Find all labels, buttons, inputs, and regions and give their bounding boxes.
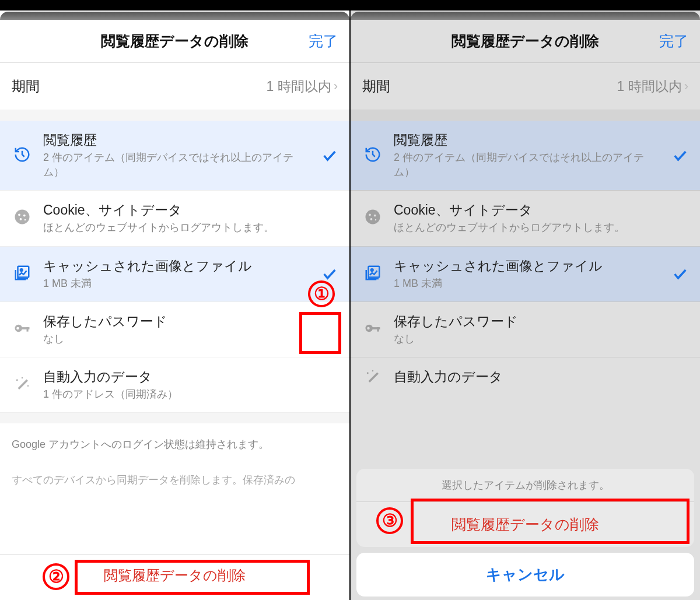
svg-point-16 bbox=[374, 215, 376, 217]
item-cached-images[interactable]: キャッシュされた画像とファイル 1 MB 未満 bbox=[351, 247, 700, 302]
svg-point-13 bbox=[27, 385, 29, 387]
item-subtitle: なし bbox=[394, 332, 688, 346]
done-button[interactable]: 完了 bbox=[309, 31, 338, 51]
footer-note-faded: すべてのデバイスから同期データを削除します。保存済みの bbox=[0, 466, 349, 501]
wand-icon bbox=[12, 375, 33, 395]
cookie-icon bbox=[362, 208, 383, 228]
section-gap bbox=[0, 413, 349, 423]
svg-rect-5 bbox=[18, 266, 29, 277]
svg-point-6 bbox=[20, 269, 23, 271]
chevron-right-icon: › bbox=[684, 79, 688, 94]
time-range-row[interactable]: 期間 1 時間以内 › bbox=[0, 63, 349, 110]
time-range-value: 1 時間以内 › bbox=[617, 78, 688, 96]
item-subtitle: なし bbox=[43, 332, 338, 346]
svg-point-25 bbox=[367, 372, 369, 374]
item-title: Cookie、サイトデータ bbox=[43, 201, 338, 219]
clear-data-button[interactable]: 閲覧履歴データの削除 bbox=[0, 554, 349, 597]
section-gap bbox=[0, 110, 349, 121]
check-icon bbox=[321, 266, 338, 282]
time-range-label: 期間 bbox=[12, 77, 40, 96]
action-sheet-title: 選択したアイテムが削除されます。 bbox=[356, 469, 694, 502]
wand-icon bbox=[362, 368, 383, 388]
section-gap bbox=[351, 110, 700, 121]
svg-point-14 bbox=[366, 210, 380, 224]
svg-point-0 bbox=[15, 210, 30, 224]
sheet-edge bbox=[351, 12, 700, 20]
status-bar bbox=[351, 0, 700, 10]
item-title: キャッシュされた画像とファイル bbox=[394, 257, 662, 275]
svg-point-15 bbox=[369, 214, 371, 216]
item-title: 保存したパスワード bbox=[394, 313, 688, 331]
item-cookies[interactable]: Cookie、サイトデータ ほとんどのウェブサイトからログアウトします。 bbox=[351, 191, 700, 246]
images-icon bbox=[362, 264, 383, 284]
item-browsing-history[interactable]: 閲覧履歴 2 件のアイテム（同期デバイスではそれ以上のアイテム） bbox=[351, 121, 700, 191]
cancel-button[interactable]: キャンセル bbox=[356, 553, 694, 597]
item-title: 自動入力のデータ bbox=[43, 368, 338, 386]
item-title: 閲覧履歴 bbox=[394, 131, 662, 149]
item-title: 保存したパスワード bbox=[43, 313, 338, 331]
item-browsing-history[interactable]: 閲覧履歴 2 件のアイテム（同期デバイスではそれ以上のアイテム） bbox=[0, 121, 349, 191]
item-autofill[interactable]: 自動入力のデータ bbox=[351, 357, 700, 398]
item-cached-images[interactable]: キャッシュされた画像とファイル 1 MB 未満 bbox=[0, 247, 349, 302]
screenshot-left: 閲覧履歴データの削除 完了 期間 1 時間以内 › 閲覧履歴 2 件のアイテム（… bbox=[0, 0, 349, 600]
svg-point-18 bbox=[375, 219, 377, 221]
chevron-right-icon: › bbox=[334, 79, 338, 94]
history-icon bbox=[362, 146, 383, 166]
item-passwords[interactable]: 保存したパスワード なし bbox=[0, 302, 349, 357]
item-subtitle: 1 MB 未満 bbox=[43, 276, 311, 291]
confirm-delete-button[interactable]: 閲覧履歴データの削除 bbox=[356, 502, 694, 547]
cookie-icon bbox=[12, 208, 33, 228]
check-icon bbox=[672, 148, 688, 164]
time-range-text: 1 時間以内 bbox=[617, 78, 681, 96]
svg-rect-9 bbox=[27, 327, 29, 332]
status-bar bbox=[0, 0, 349, 10]
action-sheet: 選択したアイテムが削除されます。 閲覧履歴データの削除 キャンセル bbox=[356, 469, 694, 597]
item-cookies[interactable]: Cookie、サイトデータ ほとんどのウェブサイトからログアウトします。 bbox=[0, 191, 349, 246]
item-passwords[interactable]: 保存したパスワード なし bbox=[351, 302, 700, 357]
nav-header: 閲覧履歴データの削除 完了 bbox=[0, 20, 349, 63]
svg-point-17 bbox=[370, 218, 373, 220]
time-range-row[interactable]: 期間 1 時間以内 › bbox=[351, 63, 700, 110]
check-icon bbox=[321, 148, 338, 164]
item-subtitle: 1 MB 未満 bbox=[394, 276, 662, 291]
item-title: キャッシュされた画像とファイル bbox=[43, 257, 311, 275]
key-icon bbox=[12, 320, 33, 339]
item-title: 閲覧履歴 bbox=[43, 131, 311, 149]
check-icon bbox=[672, 266, 688, 282]
done-button[interactable]: 完了 bbox=[659, 31, 688, 51]
svg-point-12 bbox=[22, 377, 23, 379]
svg-point-1 bbox=[18, 214, 20, 216]
nav-header: 閲覧履歴データの削除 完了 bbox=[351, 20, 700, 63]
item-title: Cookie、サイトデータ bbox=[394, 201, 688, 219]
screenshot-right: 閲覧履歴データの削除 完了 期間 1 時間以内 › 閲覧履歴 2 件のアイテム（… bbox=[351, 0, 700, 600]
time-range-text: 1 時間以内 bbox=[266, 78, 331, 96]
item-title: 自動入力のデータ bbox=[394, 368, 688, 386]
svg-point-3 bbox=[20, 218, 22, 220]
item-subtitle: ほとんどのウェブサイトからログアウトします。 bbox=[43, 220, 338, 235]
svg-rect-23 bbox=[377, 327, 379, 332]
history-icon bbox=[12, 146, 33, 166]
item-autofill[interactable]: 自動入力のデータ 1 件のアドレス（同期済み） bbox=[0, 357, 349, 413]
images-icon bbox=[12, 264, 33, 284]
key-icon bbox=[362, 320, 383, 339]
item-subtitle: 1 件のアドレス（同期済み） bbox=[43, 387, 338, 402]
page-title: 閲覧履歴データの削除 bbox=[361, 31, 690, 51]
page-title: 閲覧履歴データの削除 bbox=[10, 31, 339, 51]
sheet-edge bbox=[0, 12, 349, 20]
svg-point-11 bbox=[16, 379, 18, 381]
time-range-label: 期間 bbox=[362, 77, 390, 96]
item-subtitle: ほとんどのウェブサイトからログアウトします。 bbox=[394, 220, 688, 235]
svg-point-24 bbox=[367, 327, 370, 330]
svg-rect-19 bbox=[369, 266, 380, 277]
svg-point-4 bbox=[24, 219, 26, 221]
svg-point-2 bbox=[23, 215, 26, 217]
item-subtitle: 2 件のアイテム（同期デバイスではそれ以上のアイテム） bbox=[394, 150, 662, 180]
svg-point-26 bbox=[372, 370, 374, 372]
item-subtitle: 2 件のアイテム（同期デバイスではそれ以上のアイテム） bbox=[43, 150, 311, 180]
time-range-value: 1 時間以内 › bbox=[266, 78, 338, 96]
svg-point-10 bbox=[16, 327, 19, 330]
footer-note: Google アカウントへのログイン状態は維持されます。 bbox=[0, 423, 349, 466]
svg-point-20 bbox=[371, 269, 373, 271]
